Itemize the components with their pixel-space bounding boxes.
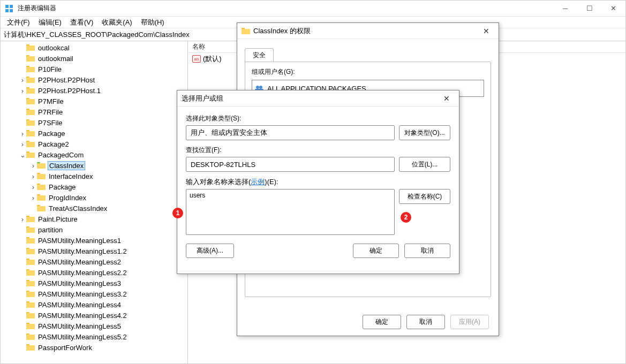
folder-icon: [26, 226, 35, 233]
tree-item-outlookcal[interactable]: outlookcal: [2, 42, 187, 53]
svg-rect-41: [26, 238, 35, 244]
folder-icon: [37, 194, 46, 201]
svg-rect-11: [26, 78, 35, 83]
folder-icon: [26, 344, 35, 351]
perm-tabs: 安全: [245, 48, 491, 62]
examples-link[interactable]: 示例: [251, 178, 265, 186]
tree-item-p10file[interactable]: P10File: [2, 64, 187, 74]
perm-dialog-close[interactable]: ✕: [478, 27, 494, 35]
close-button[interactable]: ✕: [601, 1, 625, 17]
perm-dialog-title: ClassIndex 的权限: [253, 26, 478, 36]
tree-item-label: Package2: [37, 140, 70, 148]
sel-dialog-close[interactable]: ✕: [439, 94, 455, 103]
tree-item-label: ProgIdIndex: [48, 194, 87, 202]
expand-icon[interactable]: ›: [19, 76, 26, 84]
expand-icon[interactable]: ›: [29, 183, 37, 191]
tree-item-package[interactable]: ›Package: [2, 181, 187, 192]
tree-item-packagedcom[interactable]: ⌄PackagedCom: [2, 149, 187, 160]
svg-rect-39: [26, 228, 35, 233]
svg-rect-59: [26, 335, 35, 340]
tree-item-label: PASMUtility.MeaningLess4: [37, 301, 122, 309]
tree-item-partition[interactable]: partition: [2, 224, 187, 235]
tree-item-p7rfile[interactable]: P7RFile: [2, 107, 187, 117]
tree-item-pasmutility-meaningless1[interactable]: PASMUtility.MeaningLess1: [2, 235, 187, 246]
object-names-input[interactable]: [186, 189, 395, 235]
tree-item-passportforwork[interactable]: PassportForWork: [2, 342, 187, 353]
tree-item-p7mfile[interactable]: P7MFile: [2, 96, 187, 107]
tree-pane[interactable]: outlookcaloutlookmailP10File›P2PHost.P2P…: [1, 41, 188, 363]
tree-item-pasmutility-meaningless2[interactable]: PASMUtility.MeaningLess2: [2, 256, 187, 267]
tree-item-package2[interactable]: ›Package2: [2, 139, 187, 149]
tree-item-pasmutility-meaningless5-2[interactable]: PASMUtility.MeaningLess5.2: [2, 331, 187, 342]
group-users-label: 组或用户名(G):: [252, 67, 484, 77]
folder-icon: [26, 247, 35, 255]
collapse-icon[interactable]: ⌄: [19, 151, 26, 159]
tree-item-label: P10File: [37, 65, 63, 73]
folder-icon: [26, 151, 35, 158]
col-name[interactable]: 名称: [192, 42, 205, 51]
perm-ok-button[interactable]: 确定: [363, 315, 401, 329]
advanced-button[interactable]: 高级(A)...: [186, 244, 234, 258]
expand-icon[interactable]: ›: [19, 130, 26, 138]
tree-item-pasmutility-meaningless3-2[interactable]: PASMUtility.MeaningLess3.2: [2, 289, 187, 299]
expand-icon[interactable]: ›: [19, 140, 26, 148]
folder-icon: [26, 140, 35, 148]
folder-icon: [26, 312, 35, 319]
sel-dialog-title-bar[interactable]: 选择用户或组 ✕: [177, 90, 459, 107]
sel-cancel-button[interactable]: 取消: [404, 244, 450, 258]
tree-item-pasmutility-meaningless1-2[interactable]: PASMUtility.MeaningLess1.2: [2, 246, 187, 256]
tree-item-pasmutility-meaningless3[interactable]: PASMUtility.MeaningLess3: [2, 278, 187, 289]
folder-icon: [26, 269, 35, 276]
expand-icon[interactable]: ›: [29, 162, 37, 170]
expand-icon[interactable]: ›: [19, 87, 26, 95]
expand-icon[interactable]: ›: [29, 172, 37, 180]
object-type-field: 用户、组或内置安全主体: [186, 125, 395, 140]
svg-rect-9: [26, 67, 35, 72]
tree-item-treatasclassindex[interactable]: TreatAsClassIndex: [2, 203, 187, 214]
menu-file[interactable]: 文件(F): [3, 17, 34, 28]
svg-rect-33: [37, 195, 46, 201]
object-types-button[interactable]: 对象类型(O)...: [399, 125, 450, 140]
folder-icon: [26, 97, 35, 105]
svg-rect-27: [37, 163, 46, 169]
tree-item-p7sfile[interactable]: P7SFile: [2, 117, 187, 128]
tree-item-p2phost-p2phost[interactable]: ›P2PHost.P2PHost: [2, 74, 187, 85]
location-field: DESKTOP-82TLHLS: [186, 157, 395, 172]
tree-item-pasmutility-meaningless2-2[interactable]: PASMUtility.MeaningLess2.2: [2, 267, 187, 278]
address-text: 计算机\HKEY_CLASSES_ROOT\PackagedCom\ClassI…: [4, 30, 190, 40]
tree-item-progidindex[interactable]: ›ProgIdIndex: [2, 192, 187, 203]
tree-item-label: PASMUtility.MeaningLess5.2: [37, 333, 128, 341]
locations-button[interactable]: 位置(L)...: [399, 157, 450, 172]
menu-favorites[interactable]: 收藏夹(A): [97, 17, 136, 28]
tree-item-paint-picture[interactable]: ›Paint.Picture: [2, 214, 187, 224]
svg-rect-49: [26, 281, 35, 286]
tree-item-p2phost-p2phost-1[interactable]: ›P2PHost.P2PHost.1: [2, 85, 187, 96]
perm-apply-button[interactable]: 应用(A): [450, 315, 489, 329]
tab-security[interactable]: 安全: [245, 48, 274, 62]
tree-item-outlookmail[interactable]: outlookmail: [2, 53, 187, 64]
perm-dialog-title-bar[interactable]: ClassIndex 的权限 ✕: [237, 23, 499, 39]
svg-rect-37: [26, 217, 35, 222]
expand-icon[interactable]: ›: [19, 215, 26, 223]
tree-item-classindex[interactable]: ›ClassIndex: [2, 160, 187, 171]
maximize-button[interactable]: ☐: [577, 1, 601, 17]
minimize-button[interactable]: ─: [553, 1, 577, 17]
tree-item-interfaceindex[interactable]: ›InterfaceIndex: [2, 171, 187, 181]
tree-item-pasmutility-meaningless4-2[interactable]: PASMUtility.MeaningLess4.2: [2, 310, 187, 321]
perm-cancel-button[interactable]: 取消: [406, 315, 445, 329]
menu-view[interactable]: 查看(V): [66, 17, 97, 28]
menu-edit[interactable]: 编辑(E): [34, 17, 66, 28]
tree-item-pasmutility-meaningless4[interactable]: PASMUtility.MeaningLess4: [2, 299, 187, 310]
location-label: 查找位置(F):: [186, 146, 450, 155]
tree-item-package[interactable]: ›Package: [2, 128, 187, 139]
title-bar: 注册表编辑器 ─ ☐ ✕: [1, 1, 625, 17]
window-controls: ─ ☐ ✕: [553, 1, 625, 17]
menu-help[interactable]: 帮助(H): [137, 17, 169, 28]
check-names-button[interactable]: 检查名称(C): [399, 189, 450, 204]
tree-item-label: partition: [37, 226, 64, 234]
svg-rect-13: [26, 88, 35, 94]
sel-ok-button[interactable]: 确定: [353, 244, 399, 258]
folder-icon: [26, 290, 35, 298]
tree-item-pasmutility-meaningless5[interactable]: PASMUtility.MeaningLess5: [2, 321, 187, 331]
expand-icon[interactable]: ›: [29, 194, 37, 202]
